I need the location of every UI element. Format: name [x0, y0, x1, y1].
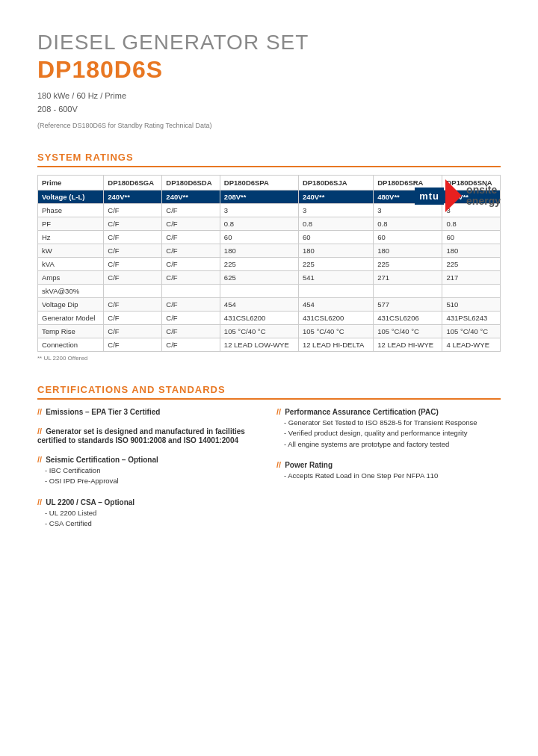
row-cell: 225 — [442, 258, 501, 271]
table-row: skVA@30% — [38, 285, 501, 298]
cert-item: // Seismic Certification – Optional- IBC… — [37, 455, 262, 487]
row-cell: 180 — [298, 244, 373, 258]
row-cell: 225 — [374, 258, 442, 271]
table-row: ConnectionC/FC/F12 LEAD LOW-WYE12 LEAD H… — [38, 338, 501, 352]
row-cell: 3 — [220, 204, 298, 217]
row-cell — [220, 285, 298, 298]
row-label: kVA — [38, 258, 104, 271]
row-cell: C/F — [104, 271, 162, 285]
row-cell: C/F — [162, 258, 220, 271]
mtu-logo: mtu — [415, 179, 462, 212]
row-cell: 60 — [442, 231, 501, 244]
onsite-line1: onsite — [466, 185, 501, 196]
row-cell: 225 — [298, 258, 373, 271]
cert-slash: // — [276, 407, 283, 416]
row-label: Voltage (L-L) — [38, 190, 104, 204]
title-main: DIESEL GENERATOR SET — [37, 30, 501, 55]
row-label: Phase — [38, 204, 104, 217]
cert-title: UL 2200 / CSA – Optional — [46, 498, 134, 506]
row-cell: C/F — [162, 231, 220, 244]
table-row: HzC/FC/F60606060 — [38, 231, 501, 244]
cert-body-line: - CSA Certified — [37, 518, 262, 529]
cert-right-col: // Performance Assurance Certification (… — [276, 407, 501, 539]
cert-body-line: - OSI IPD Pre-Approval — [37, 476, 262, 486]
row-cell: 431CSL6206 — [374, 312, 442, 325]
row-cell: C/F — [104, 231, 162, 244]
cert-slash: // — [37, 407, 44, 416]
row-cell: 541 — [298, 271, 373, 285]
row-cell: 225 — [220, 258, 298, 271]
cert-title: Seismic Certification – Optional — [46, 456, 158, 464]
row-cell: 0.8 — [374, 217, 442, 231]
row-cell: 105 °C/40 °C — [374, 325, 442, 338]
row-cell: C/F — [104, 298, 162, 312]
table-footnote: ** UL 2200 Offered — [37, 355, 501, 362]
row-cell: 454 — [220, 298, 298, 312]
cert-body: - Accepts Rated Load in One Step Per NFP… — [276, 471, 501, 481]
cert-item: // UL 2200 / CSA – Optional- UL 2200 Lis… — [37, 498, 262, 530]
table-row: PFC/FC/F0.80.80.80.8 — [38, 217, 501, 231]
row-cell: 240V** — [298, 190, 373, 204]
row-cell: 240V** — [104, 190, 162, 204]
cert-slash: // — [37, 498, 44, 506]
row-cell: 3 — [298, 204, 373, 217]
cert-item: // Power Rating- Accepts Rated Load in O… — [276, 460, 501, 481]
row-label: Connection — [38, 338, 104, 352]
row-cell: C/F — [104, 217, 162, 231]
reference-text: (Reference DS180D6S for Standby Rating T… — [37, 122, 501, 129]
cert-body-line: - Verified product design, quality and p… — [276, 428, 501, 439]
row-cell: 0.8 — [220, 217, 298, 231]
row-cell: 12 LEAD HI-WYE — [374, 338, 442, 352]
row-cell: 577 — [374, 298, 442, 312]
row-cell: C/F — [162, 312, 220, 325]
row-cell: C/F — [162, 325, 220, 338]
cert-title: Emissions – EPA Tier 3 Certified — [46, 408, 160, 416]
cert-title: Power Rating — [285, 461, 333, 469]
row-cell: 60 — [298, 231, 373, 244]
row-cell: C/F — [104, 312, 162, 325]
row-cell: 431PSL6243 — [442, 312, 501, 325]
row-cell: 12 LEAD LOW-WYE — [220, 338, 298, 352]
row-cell: 271 — [374, 271, 442, 285]
row-cell: 625 — [220, 271, 298, 285]
system-ratings-header: SYSTEM RATINGS — [37, 152, 501, 167]
col-prime: Prime — [38, 176, 104, 190]
row-cell: 217 — [442, 271, 501, 285]
table-row: Temp RiseC/FC/F105 °C/40 °C105 °C/40 °C1… — [38, 325, 501, 338]
subtitle-line2: 208 - 600V — [37, 105, 78, 114]
cert-item: // Emissions – EPA Tier 3 Certified — [37, 407, 262, 416]
col-dp180d6sga: DP180D6SGA — [104, 176, 162, 190]
row-cell: 431CSL6200 — [298, 312, 373, 325]
cert-body: - Generator Set Tested to ISO 8528-5 for… — [276, 418, 501, 450]
col-dp180d6spa: DP180D6SPA — [220, 176, 298, 190]
row-cell: C/F — [162, 271, 220, 285]
row-cell: 105 °C/40 °C — [220, 325, 298, 338]
cert-body-line: - Generator Set Tested to ISO 8528-5 for… — [276, 418, 501, 428]
row-cell — [104, 285, 162, 298]
row-cell: C/F — [104, 204, 162, 217]
row-cell: 105 °C/40 °C — [442, 325, 501, 338]
title-section: DIESEL GENERATOR SET DP180D6S 180 kWe / … — [37, 30, 501, 129]
cert-left-col: // Emissions – EPA Tier 3 Certified// Ge… — [37, 407, 262, 539]
row-cell: 0.8 — [298, 217, 373, 231]
row-cell: C/F — [162, 338, 220, 352]
col-dp180d6sda: DP180D6SDA — [162, 176, 220, 190]
row-cell: C/F — [104, 325, 162, 338]
col-dp180d6sja: DP180D6SJA — [298, 176, 373, 190]
row-cell: 240V** — [162, 190, 220, 204]
row-cell — [162, 285, 220, 298]
row-cell — [442, 285, 501, 298]
cert-body-line: - Accepts Rated Load in One Step Per NFP… — [276, 471, 501, 481]
onsite-line2: energy — [466, 196, 501, 207]
cert-title: Generator set is designed and manufactur… — [37, 427, 245, 444]
page: DIESEL GENERATOR SET DP180D6S 180 kWe / … — [0, 0, 538, 756]
row-label: Voltage Dip — [38, 298, 104, 312]
row-cell: 180 — [374, 244, 442, 258]
row-cell: 12 LEAD HI-DELTA — [298, 338, 373, 352]
row-cell: 60 — [220, 231, 298, 244]
row-cell — [374, 285, 442, 298]
cert-slash: // — [37, 455, 44, 464]
cert-slash: // — [276, 460, 283, 469]
row-cell: C/F — [162, 298, 220, 312]
cert-body-line: - UL 2200 Listed — [37, 508, 262, 518]
